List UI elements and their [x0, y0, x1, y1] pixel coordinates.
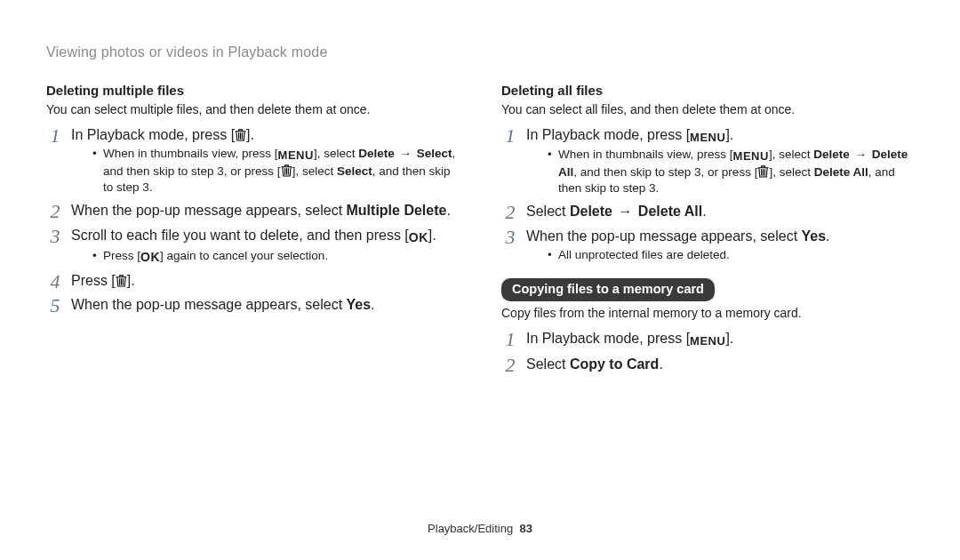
step-2: Select Delete → Delete All.	[501, 202, 914, 221]
step-1-note: When in thumbnails view, press [MENU], s…	[526, 147, 914, 196]
step-5: When the pop-up message appears, select …	[46, 295, 459, 315]
ok-icon: OK	[409, 229, 428, 246]
copy-step-2: Select Copy to Card.	[501, 355, 914, 374]
heading-deleting-all: Deleting all files	[501, 82, 914, 100]
footer-section: Playback/Editing	[428, 522, 513, 535]
menu-icon: MENU	[733, 148, 769, 164]
step-2: When the pop-up message appears, select …	[46, 201, 459, 220]
copy-step-1: In Playback mode, press [MENU].	[501, 329, 914, 349]
step-3: When the pop-up message appears, select …	[501, 227, 914, 264]
right-column: Deleting all files You can select all fi…	[501, 82, 914, 378]
step-1: In Playback mode, press [MENU]. When in …	[501, 125, 914, 197]
trash-icon	[235, 128, 246, 141]
heading-copying-files: Copying files to a memory card	[501, 278, 715, 302]
step-3-note: All unprotected files are deleted.	[526, 247, 914, 263]
intro-text: You can select all files, and then delet…	[501, 101, 914, 118]
trash-icon	[281, 164, 292, 177]
heading-deleting-multiple: Deleting multiple files	[46, 82, 459, 100]
page-footer: Playback/Editing 83	[0, 521, 960, 537]
step-4: Press [].	[46, 271, 459, 291]
menu-icon: MENU	[690, 333, 725, 349]
intro-text: You can select multiple files, and then …	[46, 101, 459, 118]
step-3-note: Press [OK] again to cancel your selectio…	[71, 248, 459, 266]
intro-text: Copy files from the internal memory to a…	[501, 305, 914, 322]
ok-icon: OK	[140, 249, 160, 266]
menu-icon: MENU	[278, 148, 314, 164]
trash-icon	[757, 164, 769, 178]
step-1-note: When in thumbnails view, press [MENU], s…	[71, 146, 459, 196]
page-number: 83	[519, 522, 532, 535]
step-1: In Playback mode, press []. When in thum…	[46, 125, 459, 196]
trash-icon	[116, 274, 127, 287]
page-title: Viewing photos or videos in Playback mod…	[46, 43, 914, 62]
step-3: Scroll to each file you want to delete, …	[46, 226, 459, 266]
left-column: Deleting multiple files You can select m…	[46, 82, 459, 378]
menu-icon: MENU	[690, 130, 725, 146]
